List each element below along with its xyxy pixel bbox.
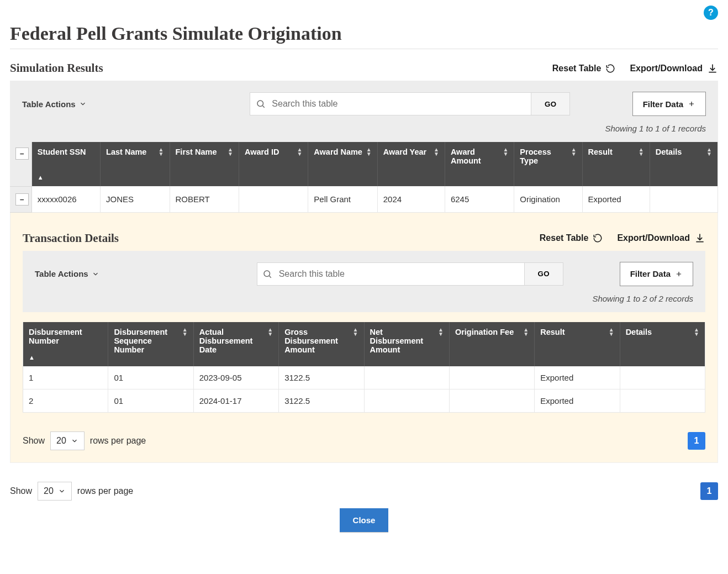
expand-cell: − (10, 186, 31, 212)
col-first-name[interactable]: First Name (170, 142, 239, 186)
sort-icon (571, 148, 577, 156)
sort-asc-icon: ▲ (38, 174, 94, 181)
cell-result: Exported (535, 389, 620, 412)
download-icon (694, 233, 705, 244)
simulation-results-title: Simulation Results (10, 61, 103, 75)
cell-result: Exported (582, 186, 650, 212)
cell-details (620, 389, 705, 412)
cell-disb-number: 1 (23, 366, 108, 389)
col-process-type[interactable]: Process Type (514, 142, 582, 186)
sort-icon (182, 328, 188, 336)
sort-icon (353, 328, 358, 336)
export-download-link[interactable]: Export/Download (630, 63, 718, 74)
cell-net-amount (364, 389, 449, 412)
cell-first-name: ROBERT (170, 186, 239, 212)
col-net-amount[interactable]: Net Disbursement Amount (364, 322, 449, 366)
page-number-button[interactable]: 1 (700, 482, 718, 500)
col-award-year[interactable]: Award Year (377, 142, 445, 186)
col-result[interactable]: Result (535, 322, 620, 366)
col-actual-date[interactable]: Actual Disbursement Date (193, 322, 278, 366)
chevron-down-icon (58, 487, 66, 495)
transaction-details-title: Transaction Details (23, 231, 119, 245)
col-disb-number[interactable]: Disbursement Number ▲ (23, 322, 108, 366)
cell-award-name: Pell Grant (308, 186, 377, 212)
col-student-ssn[interactable]: Student SSN ▲ (31, 142, 100, 186)
col-details[interactable]: Details (650, 142, 718, 186)
chevron-down-icon (79, 100, 87, 108)
cell-gross-amount: 3122.5 (279, 366, 364, 389)
refresh-icon (605, 64, 615, 73)
show-label: Show (23, 436, 45, 446)
col-label: Award Amount (451, 148, 500, 165)
col-label: Award ID (245, 148, 279, 156)
cell-actual-date: 2024-01-17 (193, 389, 278, 412)
sort-icon (694, 328, 699, 336)
col-orig-fee[interactable]: Origination Fee (449, 322, 534, 366)
chevron-down-icon (71, 437, 78, 445)
rows-per-page-label: rows per page (77, 486, 133, 496)
transaction-toolbar-panel: Table Actions GO (23, 251, 705, 312)
search-input[interactable] (278, 263, 524, 285)
search-icon (257, 269, 278, 279)
sort-icon (159, 148, 164, 156)
search-icon (250, 99, 271, 109)
col-label: Student SSN (38, 148, 86, 156)
table-actions-label: Table Actions (22, 99, 76, 109)
col-award-id[interactable]: Award ID (239, 142, 308, 186)
search-input[interactable] (271, 93, 531, 115)
col-label: Disbursement Number (29, 328, 102, 345)
col-label: Net Disbursement Amount (370, 328, 435, 354)
col-disb-seq[interactable]: Disbursement Sequence Number (108, 322, 193, 366)
reset-table-link[interactable]: Reset Table (552, 64, 616, 73)
cell-last-name: JONES (101, 186, 170, 212)
page-title: Federal Pell Grants Simulate Origination (10, 23, 718, 44)
cell-gross-amount: 3122.5 (279, 389, 364, 412)
collapse-all-button[interactable]: − (15, 148, 29, 160)
col-label: First Name (176, 148, 217, 156)
plus-icon (688, 100, 695, 108)
show-label: Show (10, 486, 32, 496)
col-last-name[interactable]: Last Name (101, 142, 170, 186)
export-download-link[interactable]: Export/Download (617, 233, 705, 244)
col-gross-amount[interactable]: Gross Disbursement Amount (279, 322, 364, 366)
table-row: 2 01 2024-01-17 3122.5 Exported (23, 389, 705, 412)
reset-table-link[interactable]: Reset Table (540, 233, 603, 243)
go-button[interactable]: GO (525, 262, 563, 286)
cell-actual-date: 2023-09-05 (193, 366, 278, 389)
page-number-button[interactable]: 1 (688, 432, 705, 450)
sort-icon (609, 328, 614, 336)
cell-orig-fee (449, 389, 534, 412)
filter-data-label: Filter Data (643, 99, 683, 109)
cell-net-amount (364, 366, 449, 389)
col-details[interactable]: Details (620, 322, 705, 366)
filter-data-button[interactable]: Filter Data (620, 262, 693, 286)
table-actions-dropdown[interactable]: Table Actions (35, 269, 99, 278)
download-icon (707, 63, 718, 74)
filter-data-label: Filter Data (630, 269, 671, 278)
sort-icon (438, 328, 444, 336)
col-label: Award Year (383, 148, 426, 156)
help-button[interactable]: ? (704, 6, 718, 20)
col-label: Award Name (314, 148, 362, 156)
col-award-name[interactable]: Award Name (308, 142, 377, 186)
table-row: − xxxxx0026 JONES ROBERT Pell Grant 2024… (10, 186, 718, 212)
reset-table-label: Reset Table (552, 64, 602, 73)
simulation-results-table: − Student SSN ▲ Last Name First Name (10, 142, 718, 213)
table-actions-dropdown[interactable]: Table Actions (22, 99, 87, 109)
search-field (250, 92, 531, 115)
col-award-amount[interactable]: Award Amount (445, 142, 514, 186)
cell-result: Exported (535, 366, 620, 389)
page-size-select[interactable]: 20 (38, 482, 72, 501)
filter-data-button[interactable]: Filter Data (632, 92, 706, 116)
col-label: Details (626, 328, 652, 336)
cell-award-id (239, 186, 308, 212)
go-button[interactable]: GO (531, 92, 570, 115)
col-result[interactable]: Result (582, 142, 650, 186)
collapse-row-button[interactable]: − (15, 193, 29, 206)
page-size-select[interactable]: 20 (50, 431, 85, 450)
expand-all-header: − (10, 142, 31, 186)
close-button[interactable]: Close (340, 508, 389, 532)
plus-icon (675, 270, 683, 278)
cell-award-amount: 6245 (445, 186, 514, 212)
chevron-down-icon (92, 270, 99, 278)
